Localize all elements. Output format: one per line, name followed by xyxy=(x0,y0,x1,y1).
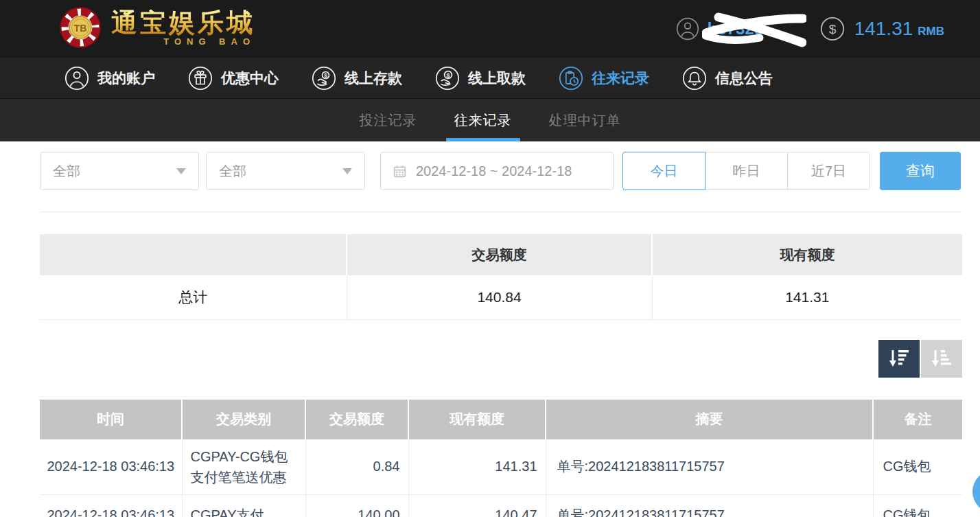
col-time: 时间 xyxy=(40,400,182,439)
bell-icon xyxy=(682,66,707,91)
col-summary: 摘要 xyxy=(546,400,873,439)
cell-time: 2024-12-18 03:46:13 xyxy=(40,439,182,495)
col-type: 交易类别 xyxy=(182,400,305,439)
records-table: 时间 交易类别 交易额度 现有额度 摘要 备注 2024-12-18 03:46… xyxy=(40,400,962,517)
logo-text: 通宝娱乐城 TONG BAO xyxy=(111,10,255,46)
tab-betting-records[interactable]: 投注记录 xyxy=(357,99,420,141)
content: 全部 全部 2024-12-18 ~ 2024-12-1 xyxy=(0,152,980,517)
quick-date-group: 今日 昨日 近7日 xyxy=(622,152,870,190)
table-row: 2024-12-18 03:46:13 CGPAY支付 140.00 140.4… xyxy=(40,494,962,517)
sort-ascending-button[interactable] xyxy=(921,340,962,378)
svg-text:$: $ xyxy=(324,71,327,78)
summary-col-empty xyxy=(40,234,347,275)
main-nav: 我的账户 优惠中心 $ xyxy=(0,58,980,99)
cell-summary: 单号:202412183811715757 xyxy=(546,494,873,517)
section-divider xyxy=(40,211,962,212)
cell-time: 2024-12-18 03:46:13 xyxy=(40,494,182,517)
nav-label: 优惠中心 xyxy=(221,69,279,88)
search-button[interactable]: 查询 xyxy=(880,152,961,190)
sort-ascending-icon xyxy=(929,347,954,369)
summary-table: 交易额度 现有额度 总计 140.84 141.31 xyxy=(40,234,962,320)
nav-label: 信息公告 xyxy=(715,69,773,88)
nav-label: 往来记录 xyxy=(592,69,649,88)
cell-note: CG钱包 xyxy=(873,494,962,517)
withdraw-icon: $ xyxy=(435,66,460,91)
site-logo[interactable]: TB 通宝娱乐城 TONG BAO xyxy=(59,6,255,49)
cell-type: CGPAY支付 xyxy=(182,494,305,517)
dropdown-value: 全部 xyxy=(219,162,246,181)
cell-amount: 0.84 xyxy=(305,439,408,495)
summary-total-row: 总计 140.84 141.31 xyxy=(40,275,962,319)
summary-col-transaction: 交易额度 xyxy=(347,234,652,275)
cell-balance: 141.31 xyxy=(408,439,546,495)
summary-balance-total: 141.31 xyxy=(652,275,962,319)
logo-title-cn: 通宝娱乐城 xyxy=(111,10,255,36)
top-header: TB 通宝娱乐城 TONG BAO bc7325 xyxy=(0,0,980,58)
balance-currency: RMB xyxy=(918,25,944,38)
col-amount: 交易额度 xyxy=(305,400,408,439)
user-cluster: bc7325 $ 141.31 RMB xyxy=(676,0,944,58)
tab-transaction-records[interactable]: 往来记录 xyxy=(452,99,515,141)
user-avatar-icon[interactable] xyxy=(676,17,699,41)
wallet-dollar-icon[interactable]: $ xyxy=(820,16,845,41)
sort-controls xyxy=(40,340,962,378)
cell-balance: 140.47 xyxy=(408,494,546,517)
summary-header-row: 交易额度 现有额度 xyxy=(40,234,962,275)
username[interactable]: bc7325 xyxy=(708,19,795,38)
chevron-down-icon xyxy=(342,168,352,174)
username-text: bc7325 xyxy=(708,19,763,38)
type-dropdown-1[interactable]: 全部 xyxy=(40,152,199,190)
date-range-value: 2024-12-18 ~ 2024-12-18 xyxy=(416,163,572,179)
yesterday-button[interactable]: 昨日 xyxy=(705,152,788,190)
balance-amount: 141.31 xyxy=(854,18,913,40)
today-button[interactable]: 今日 xyxy=(622,152,705,190)
nav-item-withdraw[interactable]: $ 线上取款 xyxy=(435,66,526,91)
nav-item-announcements[interactable]: 信息公告 xyxy=(682,66,773,91)
svg-text:TB: TB xyxy=(74,23,87,34)
col-balance: 现有额度 xyxy=(408,400,546,439)
logo-title-en: TONG BAO xyxy=(163,37,255,46)
user-icon xyxy=(65,66,89,91)
nav-item-deposit[interactable]: $ 线上存款 xyxy=(312,66,402,91)
chevron-down-icon xyxy=(176,168,186,174)
summary-col-balance: 现有额度 xyxy=(652,234,962,275)
records-icon xyxy=(559,66,583,91)
filter-bar: 全部 全部 2024-12-18 ~ 2024-12-1 xyxy=(40,152,962,190)
sub-tabs: 投注记录 往来记录 处理中订单 xyxy=(0,99,980,141)
poker-chip-logo-icon: TB xyxy=(59,6,102,49)
nav-item-my-account[interactable]: 我的账户 xyxy=(65,66,155,91)
cell-type: CGPAY-CG钱包支付笔笔送优惠 xyxy=(182,439,305,495)
svg-text:$: $ xyxy=(446,71,450,78)
summary-total-label: 总计 xyxy=(40,275,347,319)
summary-transaction-total: 140.84 xyxy=(347,275,652,319)
nav-label: 线上取款 xyxy=(468,69,526,88)
page: TB 通宝娱乐城 TONG BAO bc7325 xyxy=(0,0,980,517)
type-dropdown-2[interactable]: 全部 xyxy=(206,152,365,190)
nav-label: 我的账户 xyxy=(97,69,155,88)
gift-icon xyxy=(188,66,213,91)
cell-amount: 140.00 xyxy=(305,494,408,517)
nav-item-promotions[interactable]: 优惠中心 xyxy=(188,66,279,91)
sort-descending-button[interactable] xyxy=(878,340,920,378)
cell-summary: 单号:202412183811715757 xyxy=(546,439,873,495)
dropdown-value: 全部 xyxy=(53,162,80,181)
cell-note: CG钱包 xyxy=(873,439,962,495)
calendar-icon xyxy=(393,164,407,179)
records-header-row: 时间 交易类别 交易额度 现有额度 摘要 备注 xyxy=(40,400,962,439)
balance-display: 141.31 RMB xyxy=(854,18,944,40)
deposit-icon: $ xyxy=(312,66,336,91)
nav-item-records[interactable]: 往来记录 xyxy=(559,66,649,91)
tab-processing-orders[interactable]: 处理中订单 xyxy=(546,99,624,141)
col-note: 备注 xyxy=(873,400,962,439)
svg-text:$: $ xyxy=(828,22,836,36)
nav-label: 线上存款 xyxy=(345,69,402,88)
table-row: 2024-12-18 03:46:13 CGPAY-CG钱包支付笔笔送优惠 0.… xyxy=(40,439,962,495)
last-7-days-button[interactable]: 近7日 xyxy=(787,152,870,190)
date-range-input[interactable]: 2024-12-18 ~ 2024-12-18 xyxy=(380,152,614,190)
sort-descending-icon xyxy=(887,347,911,369)
